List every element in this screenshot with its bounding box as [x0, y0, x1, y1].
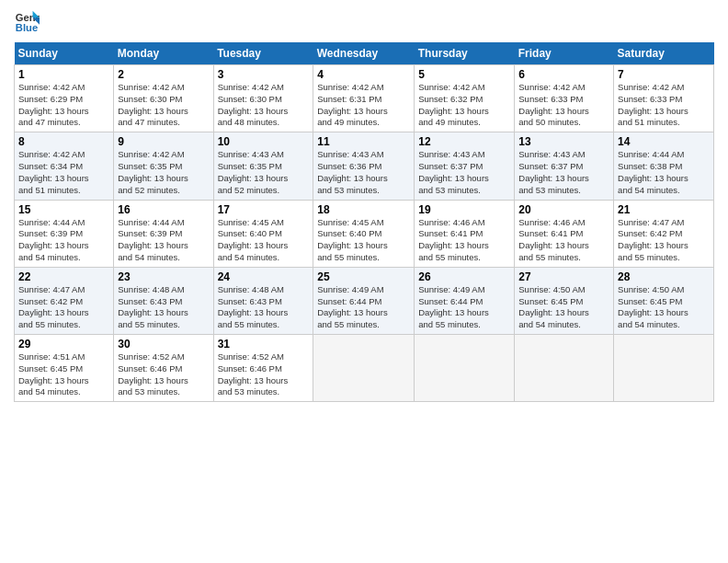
day-info: Sunrise: 4:43 AM Sunset: 6:37 PM Dayligh… — [418, 149, 510, 196]
calendar-cell: 21Sunrise: 4:47 AM Sunset: 6:42 PM Dayli… — [614, 200, 714, 267]
day-info: Sunrise: 4:49 AM Sunset: 6:44 PM Dayligh… — [317, 284, 410, 331]
calendar-cell: 24Sunrise: 4:48 AM Sunset: 6:43 PM Dayli… — [213, 267, 313, 334]
day-number: 23 — [118, 270, 209, 283]
day-info: Sunrise: 4:42 AM Sunset: 6:35 PM Dayligh… — [118, 149, 209, 196]
day-info: Sunrise: 4:44 AM Sunset: 6:39 PM Dayligh… — [18, 217, 109, 264]
day-number: 24 — [218, 270, 310, 283]
day-info: Sunrise: 4:42 AM Sunset: 6:33 PM Dayligh… — [618, 82, 710, 129]
calendar-row-1: 1Sunrise: 4:42 AM Sunset: 6:29 PM Daylig… — [15, 65, 714, 132]
day-number: 18 — [317, 203, 410, 216]
day-info: Sunrise: 4:42 AM Sunset: 6:33 PM Dayligh… — [518, 82, 609, 129]
calendar-cell — [515, 335, 614, 402]
calendar-cell: 3Sunrise: 4:42 AM Sunset: 6:30 PM Daylig… — [213, 65, 313, 132]
day-number: 13 — [518, 135, 609, 148]
day-info: Sunrise: 4:50 AM Sunset: 6:45 PM Dayligh… — [518, 284, 609, 331]
logo: General Blue — [14, 9, 41, 35]
day-number: 16 — [118, 203, 209, 216]
calendar-cell: 7Sunrise: 4:42 AM Sunset: 6:33 PM Daylig… — [614, 65, 714, 132]
day-info: Sunrise: 4:43 AM Sunset: 6:36 PM Dayligh… — [317, 149, 410, 196]
calendar-cell: 28Sunrise: 4:50 AM Sunset: 6:45 PM Dayli… — [614, 267, 714, 334]
day-number: 21 — [618, 203, 710, 216]
calendar-cell: 20Sunrise: 4:46 AM Sunset: 6:41 PM Dayli… — [515, 200, 614, 267]
day-number: 10 — [218, 135, 310, 148]
calendar-cell: 12Sunrise: 4:43 AM Sunset: 6:37 PM Dayli… — [415, 132, 515, 200]
calendar-row-3: 15Sunrise: 4:44 AM Sunset: 6:39 PM Dayli… — [15, 200, 714, 267]
header: General Blue — [14, 9, 714, 35]
day-info: Sunrise: 4:45 AM Sunset: 6:40 PM Dayligh… — [218, 217, 310, 264]
calendar-cell: 16Sunrise: 4:44 AM Sunset: 6:39 PM Dayli… — [114, 200, 213, 267]
day-info: Sunrise: 4:44 AM Sunset: 6:39 PM Dayligh… — [118, 217, 209, 264]
calendar-cell: 13Sunrise: 4:43 AM Sunset: 6:37 PM Dayli… — [515, 132, 614, 200]
day-number: 7 — [618, 68, 710, 81]
day-number: 30 — [118, 338, 209, 350]
col-tuesday: Tuesday — [213, 42, 313, 65]
day-info: Sunrise: 4:45 AM Sunset: 6:40 PM Dayligh… — [317, 217, 410, 264]
day-number: 22 — [18, 270, 109, 283]
calendar-cell: 27Sunrise: 4:50 AM Sunset: 6:45 PM Dayli… — [515, 267, 614, 334]
day-number: 25 — [317, 270, 410, 283]
day-info: Sunrise: 4:49 AM Sunset: 6:44 PM Dayligh… — [418, 284, 510, 331]
day-info: Sunrise: 4:46 AM Sunset: 6:41 PM Dayligh… — [418, 217, 510, 264]
calendar-cell: 9Sunrise: 4:42 AM Sunset: 6:35 PM Daylig… — [114, 132, 213, 200]
day-number: 3 — [218, 68, 310, 81]
calendar-cell: 1Sunrise: 4:42 AM Sunset: 6:29 PM Daylig… — [15, 65, 114, 132]
day-number: 20 — [518, 203, 609, 216]
calendar-cell: 6Sunrise: 4:42 AM Sunset: 6:33 PM Daylig… — [515, 65, 614, 132]
calendar-cell — [415, 335, 515, 402]
page-container: General Blue Sunday Monday Tuesday — [0, 0, 728, 411]
day-number: 12 — [418, 135, 510, 148]
day-info: Sunrise: 4:42 AM Sunset: 6:29 PM Dayligh… — [18, 82, 109, 129]
calendar-cell: 26Sunrise: 4:49 AM Sunset: 6:44 PM Dayli… — [415, 267, 515, 334]
day-info: Sunrise: 4:43 AM Sunset: 6:37 PM Dayligh… — [518, 149, 609, 196]
day-number: 31 — [218, 338, 310, 350]
col-monday: Monday — [114, 42, 213, 65]
calendar-cell — [614, 335, 714, 402]
day-info: Sunrise: 4:43 AM Sunset: 6:35 PM Dayligh… — [218, 149, 310, 196]
calendar-cell: 11Sunrise: 4:43 AM Sunset: 6:36 PM Dayli… — [313, 132, 415, 200]
day-info: Sunrise: 4:44 AM Sunset: 6:38 PM Dayligh… — [618, 149, 710, 196]
day-info: Sunrise: 4:47 AM Sunset: 6:42 PM Dayligh… — [18, 284, 109, 331]
calendar-cell: 2Sunrise: 4:42 AM Sunset: 6:30 PM Daylig… — [114, 65, 213, 132]
day-number: 17 — [218, 203, 310, 216]
day-number: 11 — [317, 135, 410, 148]
day-number: 5 — [418, 68, 510, 81]
day-number: 19 — [418, 203, 510, 216]
calendar-cell: 30Sunrise: 4:52 AM Sunset: 6:46 PM Dayli… — [114, 335, 213, 402]
calendar-header-row: Sunday Monday Tuesday Wednesday Thursday… — [15, 42, 714, 65]
day-info: Sunrise: 4:52 AM Sunset: 6:46 PM Dayligh… — [218, 351, 310, 398]
calendar-cell: 19Sunrise: 4:46 AM Sunset: 6:41 PM Dayli… — [415, 200, 515, 267]
day-number: 8 — [18, 135, 109, 148]
calendar-cell: 17Sunrise: 4:45 AM Sunset: 6:40 PM Dayli… — [213, 200, 313, 267]
col-friday: Friday — [515, 42, 614, 65]
day-info: Sunrise: 4:42 AM Sunset: 6:30 PM Dayligh… — [118, 82, 209, 129]
day-number: 27 — [518, 270, 609, 283]
calendar-cell: 18Sunrise: 4:45 AM Sunset: 6:40 PM Dayli… — [313, 200, 415, 267]
day-number: 4 — [317, 68, 410, 81]
calendar-cell: 15Sunrise: 4:44 AM Sunset: 6:39 PM Dayli… — [15, 200, 114, 267]
calendar-cell — [313, 335, 415, 402]
calendar-cell: 25Sunrise: 4:49 AM Sunset: 6:44 PM Dayli… — [313, 267, 415, 334]
day-info: Sunrise: 4:51 AM Sunset: 6:45 PM Dayligh… — [18, 351, 109, 398]
logo-icon: General Blue — [14, 9, 40, 35]
day-number: 1 — [18, 68, 109, 81]
day-number: 26 — [418, 270, 510, 283]
day-info: Sunrise: 4:50 AM Sunset: 6:45 PM Dayligh… — [618, 284, 710, 331]
day-info: Sunrise: 4:46 AM Sunset: 6:41 PM Dayligh… — [518, 217, 609, 264]
calendar-cell: 8Sunrise: 4:42 AM Sunset: 6:34 PM Daylig… — [15, 132, 114, 200]
calendar-cell: 14Sunrise: 4:44 AM Sunset: 6:38 PM Dayli… — [614, 132, 714, 200]
day-info: Sunrise: 4:42 AM Sunset: 6:32 PM Dayligh… — [418, 82, 510, 129]
calendar-row-2: 8Sunrise: 4:42 AM Sunset: 6:34 PM Daylig… — [15, 132, 714, 200]
col-thursday: Thursday — [415, 42, 515, 65]
day-info: Sunrise: 4:48 AM Sunset: 6:43 PM Dayligh… — [118, 284, 209, 331]
calendar-cell: 31Sunrise: 4:52 AM Sunset: 6:46 PM Dayli… — [213, 335, 313, 402]
calendar-cell: 22Sunrise: 4:47 AM Sunset: 6:42 PM Dayli… — [15, 267, 114, 334]
day-number: 14 — [618, 135, 710, 148]
calendar-table: Sunday Monday Tuesday Wednesday Thursday… — [14, 42, 714, 402]
col-wednesday: Wednesday — [313, 42, 415, 65]
calendar-row-5: 29Sunrise: 4:51 AM Sunset: 6:45 PM Dayli… — [15, 335, 714, 402]
day-info: Sunrise: 4:42 AM Sunset: 6:34 PM Dayligh… — [18, 149, 109, 196]
day-number: 9 — [118, 135, 209, 148]
day-info: Sunrise: 4:52 AM Sunset: 6:46 PM Dayligh… — [118, 351, 209, 398]
day-number: 6 — [518, 68, 609, 81]
calendar-cell: 10Sunrise: 4:43 AM Sunset: 6:35 PM Dayli… — [213, 132, 313, 200]
